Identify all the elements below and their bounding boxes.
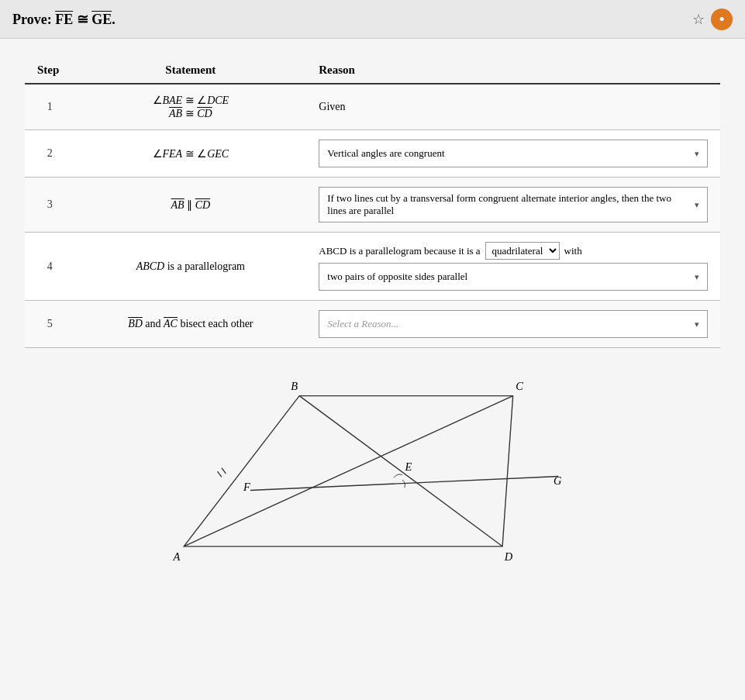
reason-text: two pairs of opposite sides parallel — [327, 271, 467, 283]
prove-label: Prove: — [12, 12, 55, 27]
reason-text: Given — [319, 101, 345, 112]
top-bar-icons: ☆ ● — [692, 9, 733, 30]
table-row: 3 AB ∥ CD If two lines cut by a transver… — [25, 178, 720, 233]
angle-mark-e1 — [394, 474, 402, 478]
label-g: G — [554, 474, 562, 487]
fe-overline: FE — [55, 12, 73, 27]
ge-overline: GE — [91, 12, 112, 27]
reason-text: Vertical angles are congruent — [327, 147, 444, 160]
statement-line1: ∠FEA ≅ ∠GEC — [87, 147, 294, 160]
statement-line2: AB ≅ CD — [87, 107, 294, 120]
reason-cell: Select a Reason... ▾ — [306, 301, 720, 348]
statement-line1: ABCD is a parallelogram — [87, 260, 294, 273]
reason-dropdown[interactable]: Vertical angles are congruent ▾ — [319, 140, 708, 167]
user-avatar: ● — [711, 9, 733, 30]
diagram-area: A B C D E F G — [25, 371, 720, 588]
statement-line1: BD and AC bisect each other — [87, 318, 294, 330]
col-header-step: Step — [25, 57, 74, 84]
statement-cell: ∠BAE ≅ ∠DCE AB ≅ CD — [74, 84, 306, 130]
geometry-diagram: A B C D E F G — [156, 371, 590, 588]
main-content: Step Statement Reason 1 ∠BAE ≅ ∠DCE AB ≅… — [0, 39, 745, 700]
reason-prefix: ABCD is a parallelogram because it is a — [319, 245, 480, 257]
dropdown-arrow-icon: ▾ — [695, 272, 699, 282]
dropdown-arrow-icon: ▾ — [695, 319, 699, 329]
col-header-reason: Reason — [306, 57, 720, 84]
label-e: E — [404, 460, 412, 473]
label-c: C — [516, 380, 523, 392]
statement-line1: ∠BAE ≅ ∠DCE — [87, 94, 294, 107]
reason-dropdown[interactable]: Select a Reason... ▾ — [319, 310, 708, 338]
star-icon[interactable]: ☆ — [692, 11, 705, 28]
step4-first-line: ABCD is a parallelogram because it is a … — [319, 242, 708, 260]
tick-mark-2 — [217, 471, 221, 477]
step4-reason: ABCD is a parallelogram because it is a … — [319, 242, 708, 291]
step-number: 2 — [25, 130, 74, 178]
reason-placeholder: Select a Reason... — [327, 318, 398, 330]
table-row: 4 ABCD is a parallelogram ABCD is a para… — [25, 233, 720, 301]
table-row: 2 ∠FEA ≅ ∠GEC Vertical angles are congru… — [25, 130, 720, 178]
reason-cell: If two lines cut by a transversal form c… — [306, 178, 720, 233]
reason-cell: ABCD is a parallelogram because it is a … — [306, 233, 720, 301]
reason-text: If two lines cut by a transversal form c… — [327, 192, 688, 217]
reason-second-line-dropdown[interactable]: two pairs of opposite sides parallel ▾ — [319, 263, 708, 291]
reason-suffix: with — [564, 245, 582, 257]
statement-cell: ∠FEA ≅ ∠GEC — [74, 130, 306, 178]
label-a: A — [172, 550, 180, 563]
prove-statement: Prove: FE ≅ GE. — [12, 11, 116, 28]
dropdown-arrow-icon: ▾ — [695, 149, 699, 159]
step-number: 4 — [25, 233, 74, 301]
dropdown-arrow-icon: ▾ — [695, 200, 699, 210]
statement-cell: BD and AC bisect each other — [74, 301, 306, 348]
diagonal-bd — [299, 396, 502, 547]
label-b: B — [291, 380, 298, 392]
col-header-statement: Statement — [74, 57, 306, 84]
top-bar: Prove: FE ≅ GE. ☆ ● — [0, 0, 745, 39]
statement-cell: AB ∥ CD — [74, 178, 306, 233]
table-row: 1 ∠BAE ≅ ∠DCE AB ≅ CD Given — [25, 84, 720, 130]
statement-line1: AB ∥ CD — [87, 198, 294, 212]
line-fg — [250, 476, 557, 490]
reason-dropdown[interactable]: If two lines cut by a transversal form c… — [319, 187, 708, 222]
reason-cell: Given — [306, 84, 720, 130]
proof-table: Step Statement Reason 1 ∠BAE ≅ ∠DCE AB ≅… — [25, 57, 720, 348]
step-number: 1 — [25, 84, 74, 130]
statement-cell: ABCD is a parallelogram — [74, 233, 306, 301]
table-row: 5 BD and AC bisect each other Select a R… — [25, 301, 720, 348]
tick-mark-1 — [221, 468, 225, 474]
diagonal-ac — [184, 396, 513, 547]
label-f: F — [242, 481, 250, 493]
quadrilateral-select[interactable]: quadrilateral — [485, 242, 560, 260]
step-number: 5 — [25, 301, 74, 348]
label-d: D — [503, 550, 512, 563]
reason-cell: Vertical angles are congruent ▾ — [306, 130, 720, 178]
step-number: 3 — [25, 178, 74, 233]
